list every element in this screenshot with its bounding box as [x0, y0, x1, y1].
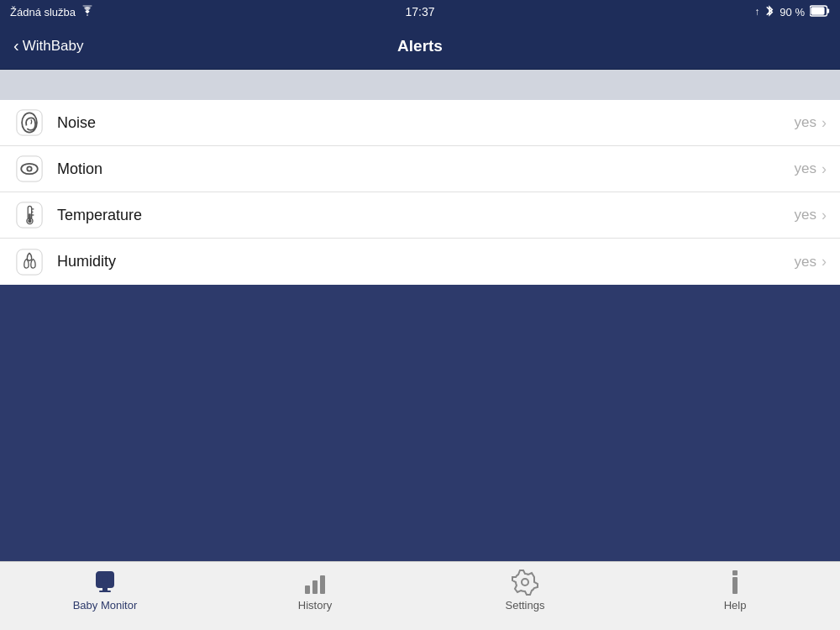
svg-rect-20 [99, 591, 111, 592]
temperature-icon [13, 199, 45, 231]
content-area [0, 285, 840, 604]
svg-point-25 [522, 579, 528, 585]
page-title: Alerts [397, 37, 443, 55]
wifi-icon [81, 5, 94, 19]
tab-settings-label: Settings [506, 599, 545, 612]
list-item-humidity[interactable]: Humidity yes › [0, 239, 840, 285]
tab-bar: Baby Monitor History Settings He [0, 561, 840, 630]
help-icon [722, 569, 748, 596]
status-right: ↑ 90 % [754, 4, 830, 20]
back-label: WithBaby [23, 38, 84, 55]
svg-rect-23 [312, 580, 318, 594]
tab-history-label: History [298, 599, 332, 612]
alerts-list: Noise yes › Motion yes › [0, 100, 840, 285]
noise-chevron-icon: › [822, 114, 827, 132]
temperature-chevron-icon: › [822, 207, 827, 224]
humidity-icon [13, 246, 45, 278]
list-item-motion[interactable]: Motion yes › [0, 146, 840, 192]
svg-rect-19 [102, 587, 108, 591]
status-bar: Žádná služba 17:37 ↑ 90 % [0, 0, 840, 24]
settings-icon [512, 569, 538, 596]
svg-rect-26 [732, 570, 738, 575]
temperature-label: Temperature [57, 207, 795, 224]
section-divider [0, 70, 840, 100]
svg-point-13 [28, 219, 31, 223]
tab-baby-monitor-label: Baby Monitor [73, 599, 138, 612]
motion-value: yes [795, 160, 816, 177]
bluetooth-icon [764, 4, 774, 20]
svg-rect-2 [827, 8, 830, 13]
tab-settings[interactable]: Settings [475, 569, 575, 612]
battery-label: 90 % [780, 6, 805, 18]
status-left: Žádná služba [10, 5, 94, 19]
tab-baby-monitor[interactable]: Baby Monitor [55, 569, 155, 612]
status-time: 17:37 [405, 5, 434, 18]
noise-label: Noise [57, 114, 795, 132]
motion-icon [13, 153, 45, 185]
humidity-chevron-icon: › [822, 253, 827, 270]
svg-rect-22 [305, 585, 310, 594]
humidity-label: Humidity [57, 253, 795, 270]
arrow-icon: ↑ [754, 6, 759, 18]
motion-chevron-icon: › [822, 160, 827, 178]
svg-rect-24 [320, 575, 325, 594]
carrier-label: Žádná služba [10, 6, 76, 18]
back-chevron-icon: ‹ [13, 36, 19, 55]
temperature-value: yes [795, 207, 816, 223]
nav-bar: ‹ WithBaby Alerts [0, 24, 840, 70]
tab-help[interactable]: Help [685, 569, 785, 612]
battery-icon [810, 5, 830, 19]
svg-point-21 [102, 576, 108, 583]
svg-rect-1 [811, 7, 824, 14]
humidity-value: yes [795, 254, 816, 270]
list-item-noise[interactable]: Noise yes › [0, 100, 840, 146]
noise-value: yes [795, 114, 816, 131]
history-icon [302, 569, 328, 596]
back-button[interactable]: ‹ WithBaby [13, 37, 83, 55]
svg-rect-27 [732, 577, 738, 594]
svg-rect-3 [17, 110, 42, 135]
list-item-temperature[interactable]: Temperature yes › [0, 192, 840, 239]
noise-icon [13, 107, 45, 139]
svg-point-8 [28, 167, 31, 171]
tab-help-label: Help [724, 599, 747, 612]
tab-history[interactable]: History [265, 569, 365, 612]
motion-label: Motion [57, 160, 795, 178]
baby-monitor-icon [92, 569, 118, 596]
